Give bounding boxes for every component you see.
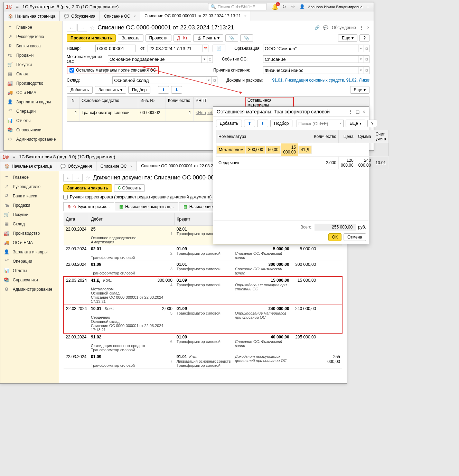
sidebar-item[interactable]: 🚚ОС и НМА xyxy=(0,238,59,247)
col-inv[interactable]: Инв. № xyxy=(138,97,166,109)
favorite-star[interactable]: ☆ xyxy=(85,175,90,181)
sidebar-item[interactable]: ≡Главное xyxy=(4,22,62,32)
col-n[interactable]: N xyxy=(67,97,79,109)
close-icon[interactable]: × xyxy=(244,14,246,18)
materials-left-checkbox[interactable] xyxy=(69,68,74,73)
forward-button[interactable]: → xyxy=(77,24,87,31)
tab-spisanie-doc[interactable]: Списание ОС 0000-000001 от 22.03.2024 17… xyxy=(140,11,251,21)
add-row-button[interactable]: Добавить xyxy=(67,86,93,94)
post-close-button[interactable]: Провести и закрыть xyxy=(67,34,116,42)
doc-status-button[interactable]: 📄 xyxy=(213,45,225,52)
sidebar-item[interactable]: ↗Руководителю xyxy=(4,32,62,41)
save-button[interactable]: Записать xyxy=(118,34,143,42)
sidebar-item[interactable]: 🚚ОС и НМА xyxy=(4,88,62,97)
history-icon[interactable]: ↻ xyxy=(281,3,288,10)
discuss-icon[interactable]: 💬 xyxy=(323,25,328,30)
inc-exp-link[interactable]: 91.01, Ликвидация основных средств, 91.0… xyxy=(272,78,369,83)
dropdown-icon[interactable]: ▾ xyxy=(202,55,207,63)
more-grid-button[interactable]: Еще ▾ xyxy=(350,86,369,94)
menu-icon[interactable]: ≡ xyxy=(14,4,20,9)
post-button[interactable]: Провести xyxy=(146,34,171,42)
select-button[interactable]: Подбор xyxy=(128,86,150,94)
back-button[interactable]: ← xyxy=(67,24,76,31)
col-qty[interactable]: Количество xyxy=(166,97,194,109)
move-up-button[interactable]: ⬆ xyxy=(158,86,169,94)
attach-button[interactable]: 📎 xyxy=(225,34,238,42)
sidebar-item[interactable]: 📊Отчеты xyxy=(4,116,62,125)
mov-row[interactable]: 22.03.202441.Д Кол.: 300,0004МеталлоломО… xyxy=(64,277,342,305)
sidebar-item[interactable]: 🏭Производство xyxy=(4,78,62,88)
sidebar-item[interactable]: 👤Зарплата и кадры xyxy=(4,97,62,106)
dtct-button[interactable]: Дт Кт xyxy=(174,34,191,42)
popup-down-button[interactable]: ⬇ xyxy=(257,120,268,127)
move-down-button[interactable]: ⬇ xyxy=(171,86,182,94)
open-icon[interactable]: ◻ xyxy=(364,66,369,74)
more-icon[interactable]: ⋮ xyxy=(348,109,353,114)
sidebar-item[interactable]: 🏭Производство xyxy=(0,228,59,238)
tab-discuss[interactable]: 💬Обсуждения xyxy=(60,11,100,21)
popup-up-button[interactable]: ⬆ xyxy=(244,120,255,127)
sidebar-item[interactable]: 🛒Покупки xyxy=(0,210,59,219)
tab-home[interactable]: 🏠Начальная страница xyxy=(4,11,60,21)
global-search[interactable]: 🔍 Поиск Ctrl+Shift+F xyxy=(208,3,267,10)
close-icon[interactable]: × xyxy=(367,25,369,30)
open-icon[interactable]: ◻ xyxy=(212,76,217,84)
user-name[interactable]: Иванова Ирина Владимировна xyxy=(308,5,363,9)
manual-checkbox[interactable] xyxy=(63,195,68,199)
sidebar-item[interactable]: 👤Зарплата и кадры xyxy=(0,247,59,256)
popup-row[interactable]: Металлолом300,00050,0015 000,0041.Д xyxy=(216,143,312,156)
help-button[interactable]: ? xyxy=(359,34,369,42)
sidebar-item[interactable]: ▦Склад xyxy=(4,69,62,78)
mov-row[interactable]: 22.03.202401.093Трансформатор силовой01.… xyxy=(64,261,342,277)
close-icon[interactable]: × xyxy=(363,109,365,114)
cancel-button[interactable]: Отмена xyxy=(344,233,366,241)
reason-field[interactable] xyxy=(263,66,358,74)
open-icon[interactable]: ◻ xyxy=(364,45,369,52)
sidebar-item[interactable]: 🛍Продажи xyxy=(0,200,59,210)
clear-icon[interactable]: × xyxy=(338,120,344,127)
save-close-button[interactable]: Записать и закрыть xyxy=(63,184,112,192)
mov-row[interactable]: 22.03.202402.012Трансформатор силовой01.… xyxy=(64,245,342,261)
more-icon[interactable]: ⋮ xyxy=(359,25,364,30)
org-field[interactable] xyxy=(263,45,358,52)
number-field[interactable] xyxy=(95,45,135,52)
mov-row[interactable]: 22.03.202410.01 Кол.: 2,0005СердечникОсн… xyxy=(64,305,342,333)
sidebar-item[interactable]: ▦Склад xyxy=(0,219,59,228)
mov-row[interactable]: 22.03.202491.026Ликвидация основных сред… xyxy=(64,333,342,353)
menu-icon[interactable]: ≡ xyxy=(11,154,17,159)
popup-search[interactable] xyxy=(297,120,338,127)
sidebar-item[interactable]: ₽Банк и касса xyxy=(0,191,59,200)
more-button[interactable]: Еще ▾ xyxy=(338,34,357,42)
tab-spisanie-list[interactable]: Списание ОС× xyxy=(96,161,137,171)
tab-home[interactable]: 🏠Начальная страница xyxy=(0,161,56,171)
sidebar-item[interactable]: 🛍Продажи xyxy=(4,50,62,60)
date-field[interactable] xyxy=(148,45,203,52)
back-button[interactable]: ← xyxy=(63,174,73,181)
sidebar-item[interactable]: 📊Отчеты xyxy=(0,266,59,275)
event-field[interactable] xyxy=(263,55,358,63)
location-field[interactable] xyxy=(108,55,202,63)
sidebar-item[interactable]: ≡Главное xyxy=(0,172,59,182)
favorite-star[interactable]: ☆ xyxy=(90,25,95,31)
popup-more-button[interactable]: Еще ▾ xyxy=(346,120,365,127)
link-icon[interactable]: 🔗 xyxy=(315,25,320,30)
dropdown-icon[interactable]: ▾ xyxy=(358,66,364,74)
star-icon[interactable]: ☆ xyxy=(290,3,297,10)
popup-help-button[interactable]: ? xyxy=(367,120,377,127)
col-asset[interactable]: Основное средство xyxy=(79,97,138,109)
discuss-link[interactable]: Обсуждение xyxy=(332,25,356,30)
sidebar-item[interactable]: ᴬᵀОперации xyxy=(4,106,62,116)
sidebar-item[interactable]: 📚Справочники xyxy=(4,125,62,134)
bell-icon[interactable]: 🔔1 xyxy=(272,3,279,10)
ok-button[interactable]: ОК xyxy=(328,233,341,241)
fill-button[interactable]: Заполнить ▾ xyxy=(95,86,126,94)
sidebar-item[interactable]: ↗Руководителю xyxy=(0,182,59,191)
maximize-icon[interactable]: ◻ xyxy=(356,109,360,114)
calendar-icon[interactable]: 📅 xyxy=(203,45,208,52)
dropdown-icon[interactable]: ▾ xyxy=(358,45,364,52)
mtab-amort1[interactable]: ▦Начисление амортизац... xyxy=(115,202,178,211)
mtab-buh[interactable]: Дт КтБухгалтерский... xyxy=(63,202,114,211)
sidebar-item[interactable]: ⚙Администрирование xyxy=(0,284,59,294)
sidebar-item[interactable]: ₽Банк и касса xyxy=(4,41,62,50)
mov-row[interactable]: 22.03.202401.097Трансформатор силовой91.… xyxy=(64,353,342,369)
